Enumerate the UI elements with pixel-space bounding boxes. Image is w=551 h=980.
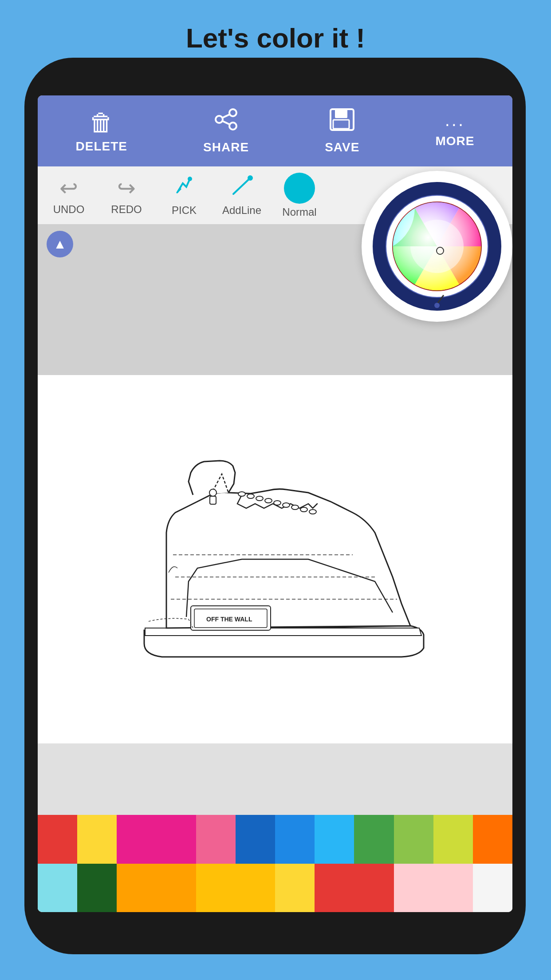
svg-point-24 (238, 492, 245, 496)
color-swatch[interactable] (117, 815, 156, 864)
color-swatch[interactable] (236, 864, 275, 913)
color-swatch[interactable] (275, 864, 315, 913)
more-button[interactable]: ··· MORE (435, 114, 474, 148)
color-swatch[interactable] (354, 815, 394, 864)
color-swatch[interactable] (394, 815, 433, 864)
save-button[interactable]: SAVE (325, 107, 359, 154)
undo-icon: ↩ (59, 175, 78, 201)
color-swatch[interactable] (354, 864, 394, 913)
palette-row-1 (38, 815, 512, 864)
expand-icon: ▲ (53, 237, 67, 252)
svg-line-3 (223, 115, 229, 118)
color-swatch[interactable] (433, 815, 473, 864)
svg-point-2 (229, 122, 236, 130)
app-title: Let's color it ! (0, 0, 551, 67)
share-icon (214, 107, 238, 138)
normal-button[interactable]: Normal (277, 173, 322, 218)
svg-point-31 (300, 507, 307, 512)
svg-point-32 (309, 510, 316, 514)
addline-label: AddLine (222, 204, 261, 217)
color-swatch[interactable] (315, 815, 354, 864)
undo-button[interactable]: ↩ UNDO (47, 175, 91, 216)
color-palette (38, 814, 512, 912)
svg-point-1 (216, 116, 223, 123)
color-swatch[interactable] (473, 815, 512, 864)
color-preview (284, 173, 315, 204)
svg-rect-6 (335, 109, 347, 118)
more-icon: ··· (445, 114, 465, 134)
addline-button[interactable]: AddLine (220, 174, 264, 217)
color-swatch[interactable] (157, 815, 196, 864)
delete-icon: 🗑 (89, 108, 114, 137)
color-swatch[interactable] (38, 864, 77, 913)
delete-button[interactable]: 🗑 DELETE (76, 108, 127, 154)
svg-point-21 (434, 303, 440, 308)
svg-point-25 (247, 494, 254, 498)
delete-label: DELETE (76, 139, 127, 154)
color-swatch[interactable] (196, 815, 236, 864)
svg-point-8 (188, 177, 192, 181)
svg-point-9 (248, 175, 253, 181)
svg-line-4 (223, 121, 229, 124)
expand-button[interactable]: ▲ (47, 231, 73, 257)
color-swatch[interactable] (77, 864, 117, 913)
bottom-gray-area (38, 743, 512, 814)
svg-point-0 (229, 109, 236, 116)
phone-screen: 🗑 DELETE SHARE (38, 95, 512, 912)
svg-rect-23 (210, 496, 216, 504)
phone-frame: 🗑 DELETE SHARE (24, 58, 526, 954)
save-icon (329, 107, 355, 138)
share-label: SHARE (203, 140, 249, 154)
palette-row-2 (38, 864, 512, 913)
svg-point-22 (209, 489, 216, 496)
svg-point-30 (291, 505, 299, 510)
svg-point-27 (265, 498, 272, 503)
color-wheel[interactable] (362, 171, 512, 322)
share-button[interactable]: SHARE (203, 107, 249, 154)
color-swatch[interactable] (236, 815, 275, 864)
addline-icon (231, 174, 253, 202)
save-label: SAVE (325, 140, 359, 154)
color-swatch[interactable] (117, 864, 156, 913)
normal-label: Normal (282, 206, 316, 218)
svg-rect-7 (333, 120, 349, 129)
color-swatch[interactable] (433, 864, 473, 913)
subtoolbar: ↩ UNDO ↪ REDO PICK (38, 166, 512, 224)
toolbar: 🗑 DELETE SHARE (38, 95, 512, 166)
svg-text:OFF THE WALL: OFF THE WALL (206, 616, 252, 623)
pick-label: PICK (172, 204, 197, 217)
redo-label: REDO (111, 203, 142, 216)
svg-point-28 (274, 501, 281, 505)
pick-icon (173, 174, 195, 202)
svg-point-26 (256, 496, 263, 501)
drawing-canvas[interactable]: OFF THE WALL (38, 375, 512, 743)
more-label: MORE (435, 134, 474, 148)
redo-button[interactable]: ↪ REDO (104, 175, 149, 216)
color-swatch[interactable] (473, 864, 512, 913)
svg-point-15 (393, 202, 481, 291)
color-swatch[interactable] (394, 864, 433, 913)
svg-point-29 (283, 503, 290, 507)
color-swatch[interactable] (77, 815, 117, 864)
color-swatch[interactable] (157, 864, 196, 913)
color-swatch[interactable] (38, 815, 77, 864)
undo-label: UNDO (53, 203, 85, 216)
pick-button[interactable]: PICK (162, 174, 206, 217)
redo-icon: ↪ (117, 175, 136, 201)
color-swatch[interactable] (196, 864, 236, 913)
color-swatch[interactable] (315, 864, 354, 913)
color-swatch[interactable] (275, 815, 315, 864)
